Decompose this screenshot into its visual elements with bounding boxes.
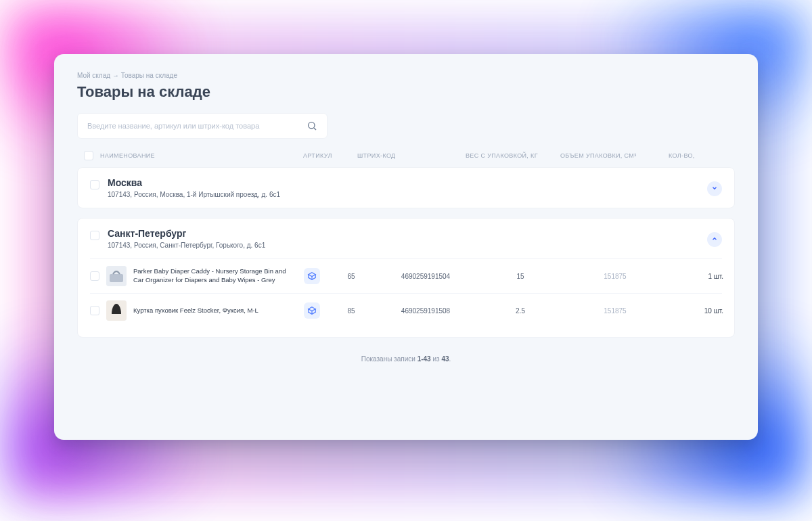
pagination-middle: из bbox=[431, 355, 442, 363]
search-input[interactable] bbox=[87, 122, 304, 130]
table-header: НАИМЕНОВАНИЕ АРТИКУЛ ШТРИХ-КОД ВЕС С УПА… bbox=[77, 151, 735, 167]
app-card: Мой склад → Товары на складе Товары на с… bbox=[54, 54, 758, 440]
group-name: Москва bbox=[108, 177, 722, 188]
package-icon[interactable] bbox=[304, 302, 320, 319]
package-icon[interactable] bbox=[304, 268, 320, 284]
product-thumbnail bbox=[106, 300, 127, 321]
warehouse-group-moscow: Москва 107143, Россия, Москва, 1-й Иртыш… bbox=[77, 167, 735, 208]
pagination-total: 43 bbox=[441, 355, 449, 363]
collapse-toggle[interactable] bbox=[707, 232, 722, 247]
group-address: 107143, Россия, Санкт-Петербург, Горьког… bbox=[108, 242, 722, 249]
group-name: Санкт-Петербург bbox=[108, 228, 722, 239]
group-checkbox[interactable] bbox=[90, 180, 99, 189]
cell-barcode: 4690259191508 bbox=[371, 307, 480, 315]
group-header[interactable]: Санкт-Петербург 107143, Россия, Санкт-Пе… bbox=[90, 228, 722, 249]
product-name: Parker Baby Diaper Caddy - Nursery Stora… bbox=[133, 267, 304, 285]
col-barcode: ШТРИХ-КОД bbox=[357, 152, 466, 159]
cell-volume: 151875 bbox=[561, 273, 669, 280]
col-qty: КОЛ-ВО, bbox=[669, 152, 723, 159]
select-all-checkbox[interactable] bbox=[84, 151, 93, 160]
expand-toggle[interactable] bbox=[707, 181, 722, 196]
cell-sku: 85 bbox=[331, 307, 371, 315]
table-row: Parker Baby Diaper Caddy - Nursery Stora… bbox=[90, 258, 722, 293]
group-rows: Parker Baby Diaper Caddy - Nursery Stora… bbox=[90, 258, 722, 327]
table-row: Куртка пуховик Feelz Stocker, Фуксия, M-… bbox=[90, 293, 722, 327]
cell-volume: 151875 bbox=[561, 307, 669, 315]
cell-qty: 10 шт. bbox=[669, 307, 723, 315]
product-thumbnail bbox=[106, 266, 127, 286]
svg-point-0 bbox=[309, 122, 315, 129]
cell-weight: 2.5 bbox=[480, 307, 561, 315]
warehouse-group-spb: Санкт-Петербург 107143, Россия, Санкт-Пе… bbox=[77, 218, 735, 338]
chevron-up-icon bbox=[711, 235, 718, 244]
pagination-suffix: . bbox=[449, 355, 451, 363]
pagination-range: 1-43 bbox=[418, 355, 431, 363]
row-checkbox[interactable] bbox=[90, 306, 99, 315]
col-volume: ОБЪЕМ УПАКОВКИ, СМ³ bbox=[560, 152, 669, 159]
search-icon[interactable] bbox=[304, 118, 320, 134]
chevron-down-icon bbox=[711, 185, 718, 193]
breadcrumb-separator: → bbox=[112, 72, 119, 79]
svg-rect-3 bbox=[110, 274, 123, 282]
pagination-prefix: Показаны записи bbox=[361, 355, 418, 363]
col-name: НАИМЕНОВАНИЕ bbox=[100, 152, 303, 159]
cell-sku: 65 bbox=[331, 273, 371, 280]
breadcrumb-root[interactable]: Мой склад bbox=[77, 72, 110, 79]
search-box[interactable] bbox=[77, 113, 328, 139]
col-sku: АРТИКУЛ bbox=[303, 152, 357, 159]
group-checkbox[interactable] bbox=[90, 231, 99, 240]
cell-barcode: 4690259191504 bbox=[371, 273, 480, 280]
breadcrumb: Мой склад → Товары на складе bbox=[77, 72, 735, 79]
group-address: 107143, Россия, Москва, 1-й Иртышский пр… bbox=[108, 191, 722, 198]
product-name: Куртка пуховик Feelz Stocker, Фуксия, M-… bbox=[133, 307, 304, 315]
group-header[interactable]: Москва 107143, Россия, Москва, 1-й Иртыш… bbox=[90, 177, 722, 198]
svg-line-1 bbox=[314, 128, 316, 130]
row-checkbox[interactable] bbox=[90, 271, 99, 281]
col-weight: ВЕС С УПАКОВКОЙ, КГ bbox=[466, 152, 560, 159]
page-title: Товары на складе bbox=[77, 83, 735, 101]
pagination-summary: Показаны записи 1-43 из 43. bbox=[77, 347, 735, 363]
cell-qty: 1 шт. bbox=[669, 273, 723, 280]
cell-weight: 15 bbox=[480, 273, 561, 280]
breadcrumb-current: Товары на складе bbox=[121, 72, 177, 79]
